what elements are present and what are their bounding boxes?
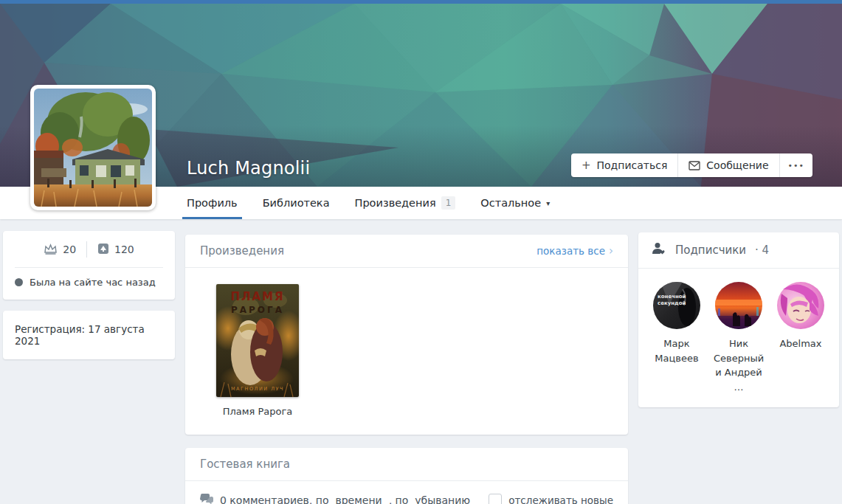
subscriber-name[interactable]: Марк Мацвеев (647, 336, 706, 365)
tab-profile[interactable]: Профиль (187, 187, 238, 219)
chevron-right-icon: › (609, 244, 613, 258)
envelope-icon (689, 161, 700, 170)
tab-library[interactable]: Библиотека (263, 187, 330, 219)
left-sidebar: 20 120 Была на сайте час назад Регистрац… (3, 231, 175, 359)
subscribe-button[interactable]: + Подписаться (571, 153, 678, 177)
profile-page: Luch Magnolii + Подписаться Сообщение ••… (0, 0, 842, 504)
book-caption[interactable]: Пламя Рарога (216, 406, 299, 417)
subscriber-name[interactable]: Abelmax (771, 336, 830, 351)
offline-dot-icon (15, 278, 23, 286)
last-seen-status: Была на сайте час назад (15, 277, 163, 288)
tab-works[interactable]: Произведения 1 (355, 187, 456, 219)
subscribers-count: · 4 (755, 244, 769, 257)
crown-icon (44, 243, 58, 257)
library-icon (97, 243, 109, 257)
book-cover[interactable]: ПЛАМЯ РАРОГА МАГНОЛИ (216, 284, 299, 397)
subscriber-person-heart-icon (652, 242, 666, 258)
svg-text:РАРОГА: РАРОГА (231, 305, 284, 315)
profile-avatar[interactable] (30, 85, 156, 210)
plus-icon: + (582, 160, 591, 171)
svg-text:секундой: секундой (658, 300, 686, 306)
subscriber-item[interactable]: конечной секундой Марк Мацвеев (647, 282, 706, 393)
tab-more-dropdown[interactable]: Остальное ▾ (480, 187, 550, 219)
track-new-checkbox[interactable] (489, 494, 502, 504)
track-new-control: отслеживать новые (489, 494, 613, 504)
sort-order-link[interactable]: убыванию (415, 494, 470, 504)
guestbook-title: Гостевая книга (200, 458, 290, 471)
rating-stat: 20 (44, 243, 76, 257)
message-button[interactable]: Сообщение (678, 153, 779, 177)
divider (15, 267, 163, 268)
subscriber-item[interactable]: Abelmax (771, 282, 830, 393)
profile-actions: + Подписаться Сообщение ••• (571, 153, 812, 177)
main-column: Произведения показать все › (185, 235, 628, 504)
works-title: Произведения (200, 244, 284, 258)
comments-summary: 0 комментариев, по времени, по убыванию (200, 494, 470, 504)
comments-icon (200, 494, 213, 504)
page-title: Luch Magnolii (187, 158, 310, 179)
library-stat: 120 (97, 243, 134, 257)
subscriber-name[interactable]: Ник Северный и Андрей (709, 336, 768, 380)
track-new-label[interactable]: отслеживать новые (508, 494, 613, 504)
chevron-down-icon: ▾ (546, 199, 550, 207)
right-column: Подписчики · 4 конечной (638, 232, 839, 407)
subscribers-title: Подписчики (675, 244, 746, 257)
status-card: 20 120 Была на сайте час назад (3, 231, 175, 300)
subscriber-name-ellipsis: … (709, 382, 768, 393)
subscriber-avatar[interactable]: конечной секундой (653, 282, 700, 329)
subscriber-item[interactable]: Ник Северный и Андрей … (709, 282, 768, 393)
divider (86, 241, 87, 258)
more-actions-button[interactable]: ••• (780, 153, 812, 177)
avatar-overlay-text: конечной (658, 294, 686, 300)
subscriber-avatar[interactable] (715, 282, 762, 329)
subscribers-card: Подписчики · 4 конечной (638, 232, 839, 407)
sort-by-link[interactable]: времени (335, 494, 382, 504)
subscriber-avatar[interactable] (777, 282, 824, 329)
works-count-badge: 1 (441, 196, 456, 210)
svg-text:МАГНОЛИИ ЛУЧ: МАГНОЛИИ ЛУЧ (231, 386, 284, 392)
show-all-link[interactable]: показать все › (536, 244, 613, 258)
works-card: Произведения показать все › (185, 235, 628, 435)
registration-card: Регистрация: 17 августа 2021 (3, 311, 175, 359)
svg-text:ПЛАМЯ: ПЛАМЯ (230, 290, 284, 303)
book-item: ПЛАМЯ РАРОГА МАГНОЛИ (216, 284, 299, 417)
guestbook-card: Гостевая книга 0 комментариев, по времен… (185, 448, 628, 504)
